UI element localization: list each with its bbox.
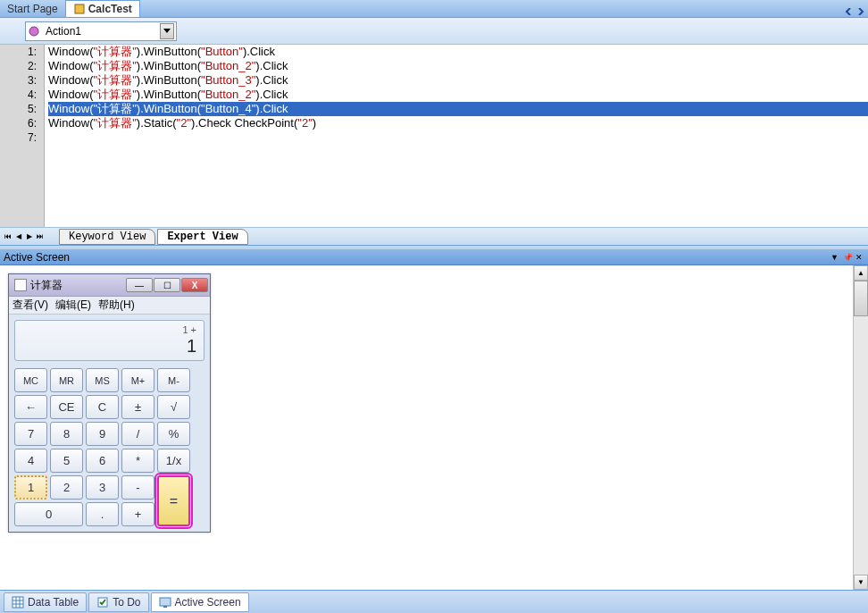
line-gutter: 1: 2: 3: 4: 5: 6: 7: xyxy=(0,45,45,227)
code-line[interactable]: Window("计算器").WinButton("Button_3").Clic… xyxy=(48,73,868,88)
test-icon xyxy=(73,3,86,15)
panel-title: Active Screen xyxy=(4,251,70,264)
line-number: 3: xyxy=(0,73,44,88)
last-icon[interactable]: ⏭ xyxy=(36,232,45,241)
calculator-body: 1 + 1 MC MR MS M+ M- ← CE C ± √ 7 8 9 / … xyxy=(9,315,210,532)
btn-3[interactable]: 3 xyxy=(86,475,119,500)
next-icon[interactable]: ▶ xyxy=(25,232,34,241)
screen-icon xyxy=(159,596,171,609)
line-number: 1: xyxy=(0,45,44,59)
tab-data-table[interactable]: Data Table xyxy=(4,592,87,612)
btn-2[interactable]: 2 xyxy=(50,475,83,500)
calculator-window: 计算器 — ☐ X 查看(V) 编辑(E) 帮助(H) 1 + 1 MC MR … xyxy=(8,273,211,533)
code-line[interactable]: Window("计算器").WinButton("Button").Click xyxy=(48,45,868,59)
btn-8[interactable]: 8 xyxy=(50,422,83,446)
btn-multiply[interactable]: * xyxy=(121,449,154,473)
line-number: 5: xyxy=(0,102,44,116)
code-line[interactable]: Window("计算器").Static("2").Check CheckPoi… xyxy=(48,116,868,130)
btn-mplus[interactable]: M+ xyxy=(121,368,154,392)
display-value: 1 xyxy=(22,336,196,357)
dropdown-icon[interactable]: ▼ xyxy=(830,253,839,262)
document-tabs-bar: Start Page CalcTest xyxy=(0,0,868,18)
svg-point-1 xyxy=(29,27,38,36)
table-icon xyxy=(12,596,24,609)
chevron-down-icon[interactable] xyxy=(160,23,174,39)
code-editor[interactable]: 1: 2: 3: 4: 5: 6: 7: Window("计算器").WinBu… xyxy=(0,45,868,228)
calculator-keypad: MC MR MS M+ M- ← CE C ± √ 7 8 9 / % 4 5 … xyxy=(14,368,204,526)
btn-minus[interactable]: - xyxy=(121,475,154,500)
calculator-display: 1 + 1 xyxy=(14,320,204,361)
tab-calctest[interactable]: CalcTest xyxy=(65,0,140,17)
action-toolbar: Action1 xyxy=(0,18,868,45)
next-tab-icon[interactable] xyxy=(857,5,864,13)
svg-rect-9 xyxy=(163,606,167,608)
btn-0[interactable]: 0 xyxy=(14,502,83,526)
btn-7[interactable]: 7 xyxy=(14,422,47,446)
btn-6[interactable]: 6 xyxy=(86,449,119,473)
maximize-button[interactable]: ☐ xyxy=(154,278,180,292)
btn-5[interactable]: 5 xyxy=(50,449,83,473)
active-screen-header: Active Screen ▼ 📌 ✕ xyxy=(0,249,868,265)
vertical-scrollbar[interactable]: ▲ ▼ xyxy=(853,265,868,590)
btn-sqrt[interactable]: √ xyxy=(157,395,190,419)
todo-icon xyxy=(96,596,109,609)
scroll-up-icon[interactable]: ▲ xyxy=(854,265,868,281)
btn-1[interactable]: 1 xyxy=(14,475,47,500)
calculator-titlebar[interactable]: 计算器 — ☐ X xyxy=(9,274,210,297)
code-line[interactable]: Window("计算器").WinButton("Button_2").Clic… xyxy=(48,88,868,102)
btn-plusminus[interactable]: ± xyxy=(121,395,154,419)
svg-rect-0 xyxy=(75,4,84,13)
tab-label: Data Table xyxy=(28,596,79,609)
btn-plus[interactable]: + xyxy=(121,502,154,526)
scroll-down-icon[interactable]: ▼ xyxy=(854,575,868,590)
calculator-icon xyxy=(14,279,27,291)
menu-view[interactable]: 查看(V) xyxy=(13,298,48,313)
action-dropdown[interactable]: Action1 xyxy=(25,21,177,41)
tab-start-page[interactable]: Start Page xyxy=(0,0,65,17)
line-number: 2: xyxy=(0,59,44,73)
code-line[interactable] xyxy=(48,130,868,145)
menu-edit[interactable]: 编辑(E) xyxy=(55,298,91,313)
pin-icon[interactable]: 📌 xyxy=(843,253,852,262)
tab-keyword-view[interactable]: Keyword View xyxy=(59,229,155,245)
calculator-title: 计算器 xyxy=(30,278,63,293)
close-icon[interactable]: ✕ xyxy=(855,253,864,262)
tab-todo[interactable]: To Do xyxy=(88,592,148,612)
btn-reciprocal[interactable]: 1/x xyxy=(157,449,190,473)
line-number: 7: xyxy=(0,130,44,145)
action-dropdown-label: Action1 xyxy=(46,25,160,38)
minimize-button[interactable]: — xyxy=(126,278,153,292)
btn-back[interactable]: ← xyxy=(14,395,47,419)
btn-dot[interactable]: . xyxy=(86,502,119,526)
btn-percent[interactable]: % xyxy=(157,422,190,446)
btn-4[interactable]: 4 xyxy=(14,449,47,473)
btn-equals[interactable]: = xyxy=(157,475,190,526)
btn-mc[interactable]: MC xyxy=(14,368,47,392)
btn-mminus[interactable]: M- xyxy=(157,368,190,392)
tab-label: Active Screen xyxy=(175,596,241,609)
scroll-thumb[interactable] xyxy=(854,281,868,316)
menu-help[interactable]: 帮助(H) xyxy=(98,298,135,313)
tab-active-screen[interactable]: Active Screen xyxy=(151,592,249,612)
code-line[interactable]: Window("计算器").WinButton("Button_2").Clic… xyxy=(48,59,868,73)
prev-icon[interactable]: ◀ xyxy=(14,232,23,241)
bottom-tabs-bar: Data Table To Do Active Screen xyxy=(0,590,868,613)
btn-ce[interactable]: CE xyxy=(50,395,83,419)
first-icon[interactable]: ⏮ xyxy=(4,232,13,241)
btn-ms[interactable]: MS xyxy=(86,368,119,392)
svg-rect-2 xyxy=(13,597,23,608)
btn-9[interactable]: 9 xyxy=(86,422,119,446)
prev-tab-icon[interactable] xyxy=(845,5,852,13)
tab-label: CalcTest xyxy=(88,3,132,15)
line-number: 4: xyxy=(0,88,44,102)
tab-expert-view[interactable]: Expert View xyxy=(157,229,247,245)
btn-c[interactable]: C xyxy=(86,395,119,419)
close-button[interactable]: X xyxy=(181,278,208,292)
btn-divide[interactable]: / xyxy=(121,422,154,446)
btn-mr[interactable]: MR xyxy=(50,368,83,392)
code-content[interactable]: Window("计算器").WinButton("Button").Click … xyxy=(45,45,868,227)
code-line-selected[interactable]: Window("计算器").WinButton("Button_4").Clic… xyxy=(48,102,868,116)
svg-rect-8 xyxy=(160,598,171,606)
action-icon xyxy=(28,25,42,38)
tab-label: To Do xyxy=(113,596,140,609)
